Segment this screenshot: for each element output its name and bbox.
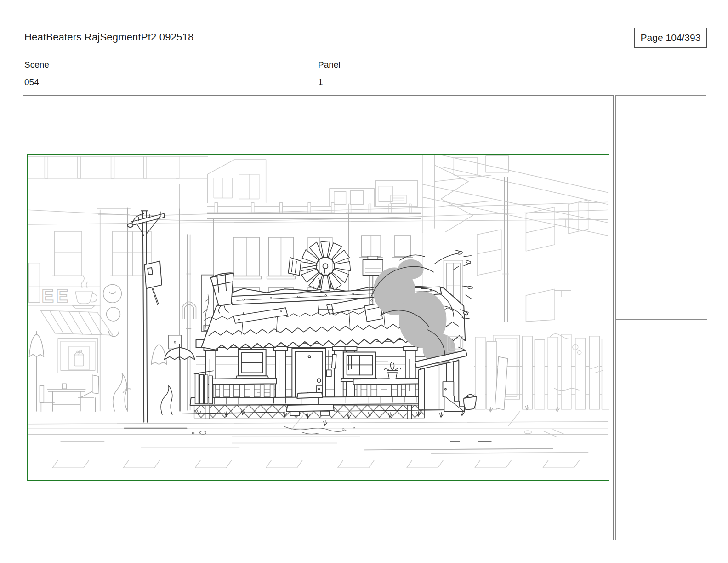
caption-column bbox=[615, 95, 706, 540]
panel-label: Panel bbox=[318, 60, 341, 70]
coffee-sign-text: EE bbox=[41, 286, 70, 306]
windmill-tail-vane bbox=[288, 258, 301, 276]
coffee-shop: EE bbox=[40, 208, 196, 411]
scene-value: 054 bbox=[24, 77, 39, 87]
shop-awning bbox=[40, 310, 113, 335]
alley-fence bbox=[474, 334, 609, 410]
bucket bbox=[464, 395, 476, 410]
page-indicator: Page 104/393 bbox=[634, 28, 707, 48]
camera-frame: EE bbox=[27, 154, 609, 481]
street bbox=[29, 411, 608, 468]
storyboard-page: HeatBeaters RajSegmentPt2 092518 Page 10… bbox=[0, 0, 728, 563]
scene-label: Scene bbox=[24, 60, 49, 70]
corner-column-sign bbox=[97, 208, 180, 411]
shed-steps bbox=[444, 396, 464, 412]
storyboard-panel-drawing: EE bbox=[28, 155, 609, 480]
panel-value: 1 bbox=[318, 77, 323, 87]
panel-frame: EE bbox=[23, 95, 614, 540]
lane-dashes bbox=[52, 460, 580, 468]
sidewalk-table bbox=[40, 375, 98, 412]
page-indicator-label: Page 104/393 bbox=[641, 32, 701, 43]
document-title: HeatBeaters RajSegmentPt2 092518 bbox=[24, 31, 193, 43]
porch-window-left bbox=[236, 350, 269, 379]
coffee-cup-icon bbox=[72, 276, 97, 309]
porch-window-right bbox=[341, 352, 378, 382]
caption-divider bbox=[616, 319, 707, 320]
